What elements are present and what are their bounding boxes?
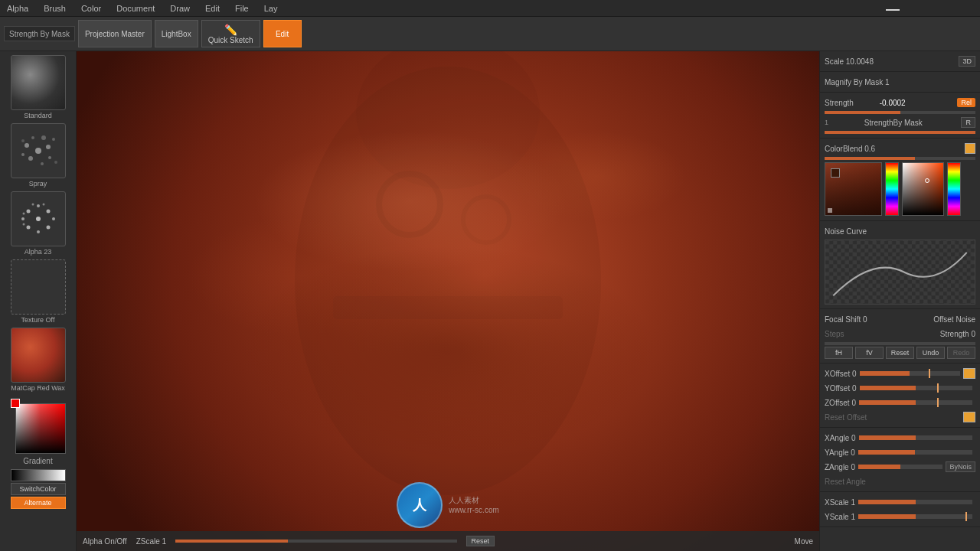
- menu-brush[interactable]: Brush: [41, 2, 69, 15]
- quick-sketch-button[interactable]: ✏️ Quick Sketch: [201, 20, 260, 47]
- zscale-slider-fill: [175, 540, 288, 543]
- zoffset-slider[interactable]: [859, 400, 972, 405]
- reset-offset-label: Reset Offset: [825, 413, 867, 422]
- xoffset-thumb: [929, 369, 930, 378]
- zoffset-row: ZOffset 0: [825, 396, 975, 409]
- angle-section: XAngle 0 YAngle 0 ZAngle 0 ByNois Reset: [820, 428, 980, 492]
- menu-edit[interactable]: Edit: [202, 2, 223, 15]
- yscale-row: YScale 1: [825, 510, 975, 523]
- yoffset-label: YOffset 0: [825, 384, 857, 393]
- yoffset-slider[interactable]: [860, 386, 972, 390]
- brush-thumb-spray: [11, 123, 66, 178]
- alternate-button[interactable]: Alternate: [11, 497, 66, 509]
- reset-angle-row: Reset Angle: [825, 474, 975, 488]
- lightbox-label: LightBox: [162, 30, 191, 38]
- color-picker-container: Gradient SwitchColor Alternate: [11, 399, 66, 509]
- svg-point-11: [54, 161, 57, 164]
- strength-value: -0.0002: [880, 99, 906, 107]
- noise-curve-section: Noise Curve: [820, 221, 980, 309]
- switch-color-button[interactable]: SwitchColor: [11, 483, 66, 495]
- colorblend-row: ColorBlend 0.6: [825, 142, 975, 155]
- sculpture-svg-overlay: [77, 51, 819, 551]
- xangle-label: XAngle 0: [825, 434, 856, 442]
- move-label: Move: [795, 537, 813, 546]
- brush-thumb-texture-off: [11, 259, 66, 315]
- left-color-box[interactable]: [825, 162, 882, 216]
- xscale-slider[interactable]: [858, 500, 972, 504]
- brush-label-spray: Spray: [29, 180, 47, 187]
- xoffset-label: XOffset 0: [825, 370, 857, 378]
- right-hue-slider[interactable]: [885, 162, 899, 216]
- reset-angle-label: Reset Angle: [825, 478, 866, 486]
- yscale-slider[interactable]: [858, 514, 972, 519]
- canvas-reset-button[interactable]: Reset: [466, 536, 495, 546]
- gradient-bar[interactable]: [11, 469, 66, 481]
- xscale-label: XScale 1: [825, 498, 855, 507]
- strength-mask-slider[interactable]: [825, 131, 975, 134]
- zangle-fill: [858, 465, 900, 469]
- noise-curve-area[interactable]: [825, 240, 975, 305]
- offset-noise-label: Offset Noise: [933, 315, 975, 324]
- strength-noise-label: Strength 0: [940, 330, 975, 338]
- by-nois-button[interactable]: ByNois: [946, 461, 975, 472]
- menu-color[interactable]: Color: [78, 2, 104, 15]
- brush-label-standard: Standard: [24, 112, 52, 119]
- zangle-slider[interactable]: [858, 465, 942, 469]
- svg-point-6: [52, 138, 55, 141]
- strength-by-mask-label: StrengthBy Mask: [864, 119, 923, 127]
- yoffset-row: YOffset 0: [825, 381, 975, 395]
- color-gradient-area[interactable]: [15, 403, 66, 454]
- colorblend-slider[interactable]: [825, 157, 975, 160]
- projection-master-button[interactable]: Projection Master: [78, 20, 152, 47]
- scale-section-bottom: XScale 1 YScale 1: [820, 492, 980, 527]
- color-picker-main[interactable]: [11, 399, 66, 454]
- 3d-button[interactable]: 3D: [959, 56, 975, 67]
- brush-item-matcap[interactable]: MatCap Red Wax: [8, 328, 69, 392]
- yscale-thumb: [965, 512, 967, 521]
- redo-button[interactable]: Redo: [947, 347, 975, 359]
- yangle-slider[interactable]: [858, 450, 972, 455]
- brush-thumb-standard: [11, 55, 66, 110]
- scale-section: Scale 10.0048 3D: [820, 51, 980, 72]
- fh-button[interactable]: fH: [825, 347, 853, 359]
- reset-offset-color: [963, 412, 975, 422]
- svg-point-9: [41, 135, 46, 140]
- strength-noise-slider[interactable]: [825, 342, 975, 345]
- canvas-area[interactable]: 人 人人素材www.rr-sc.com Alpha On/Off ZScale …: [77, 51, 819, 551]
- reset2-button[interactable]: Reset: [886, 347, 914, 359]
- color-spectrum[interactable]: [902, 162, 944, 216]
- right-hue-slider2[interactable]: [947, 162, 961, 216]
- main-content: Standard Spray: [0, 51, 980, 551]
- foreground-color-indicator[interactable]: [11, 399, 20, 408]
- fv-button[interactable]: fV: [855, 347, 884, 359]
- brush-item-texture-off[interactable]: Texture Off: [8, 259, 69, 324]
- undo-button[interactable]: Undo: [916, 347, 945, 359]
- action-buttons-row: fH fV Reset Undo Redo: [825, 347, 975, 359]
- brush-label-texture-off: Texture Off: [21, 316, 55, 324]
- menu-file[interactable]: File: [232, 2, 252, 15]
- brush-item-standard[interactable]: Standard: [8, 55, 69, 119]
- xoffset-slider[interactable]: [860, 371, 960, 376]
- rel-button[interactable]: Rel: [957, 98, 975, 107]
- zscale-slider[interactable]: [175, 540, 456, 543]
- colorblend-color-btn[interactable]: [965, 143, 975, 154]
- svg-point-23: [22, 213, 24, 215]
- yoffset-thumb: [937, 383, 939, 393]
- menu-layer[interactable]: Lay: [261, 2, 281, 15]
- menu-draw[interactable]: Draw: [167, 2, 193, 15]
- strength-r-button[interactable]: R: [961, 117, 975, 128]
- strength-slider[interactable]: [825, 111, 975, 114]
- zoffset-thumb: [937, 398, 939, 407]
- menu-alpha[interactable]: Alpha: [4, 2, 31, 15]
- xangle-slider[interactable]: [859, 435, 972, 440]
- menu-document[interactable]: Document: [113, 2, 158, 15]
- brush-item-alpha23[interactable]: Alpha 23: [8, 191, 69, 256]
- brush-item-spray[interactable]: Spray: [8, 123, 69, 187]
- lightbox-button[interactable]: LightBox: [155, 20, 198, 47]
- edit-button[interactable]: Edit: [263, 20, 302, 47]
- focal-offset-section: Focal Shift 0 Offset Noise Steps Strengt…: [820, 309, 980, 364]
- dual-color-pickers: [825, 162, 975, 216]
- quick-sketch-label: Quick Sketch: [208, 36, 253, 44]
- magnify-label: Magnify By Mask 1: [825, 78, 889, 86]
- main-toolbar: Strength By Mask Projection Master Light…: [0, 17, 980, 51]
